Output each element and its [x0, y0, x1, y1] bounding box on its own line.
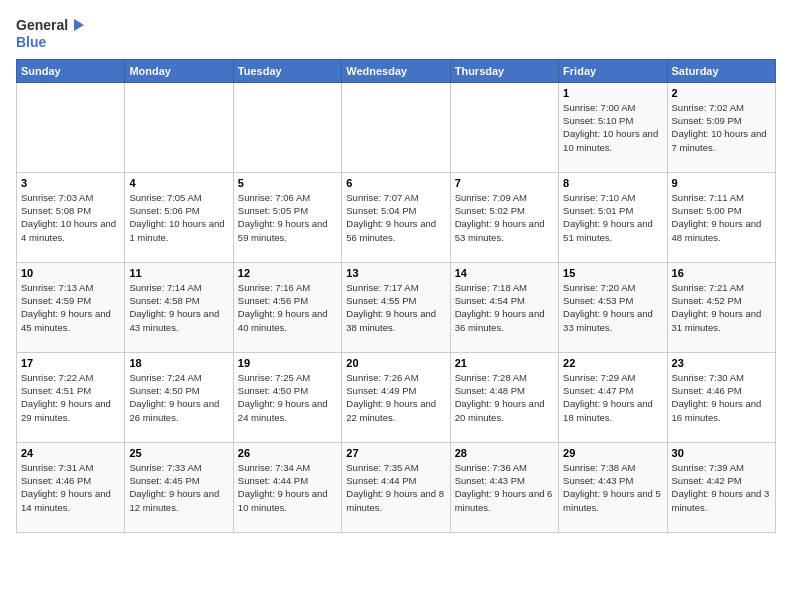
day-number: 9 — [672, 177, 771, 189]
day-info: Sunrise: 7:25 AM Sunset: 4:50 PM Dayligh… — [238, 371, 337, 424]
logo-text-general: General — [16, 17, 68, 34]
day-info: Sunrise: 7:26 AM Sunset: 4:49 PM Dayligh… — [346, 371, 445, 424]
day-info: Sunrise: 7:39 AM Sunset: 4:42 PM Dayligh… — [672, 461, 771, 514]
day-info: Sunrise: 7:03 AM Sunset: 5:08 PM Dayligh… — [21, 191, 120, 244]
day-number: 14 — [455, 267, 554, 279]
day-info: Sunrise: 7:11 AM Sunset: 5:00 PM Dayligh… — [672, 191, 771, 244]
day-number: 22 — [563, 357, 662, 369]
day-number: 2 — [672, 87, 771, 99]
day-info: Sunrise: 7:16 AM Sunset: 4:56 PM Dayligh… — [238, 281, 337, 334]
calendar-cell: 17Sunrise: 7:22 AM Sunset: 4:51 PM Dayli… — [17, 352, 125, 442]
calendar-header: SundayMondayTuesdayWednesdayThursdayFrid… — [17, 59, 776, 82]
calendar-cell: 20Sunrise: 7:26 AM Sunset: 4:49 PM Dayli… — [342, 352, 450, 442]
day-info: Sunrise: 7:21 AM Sunset: 4:52 PM Dayligh… — [672, 281, 771, 334]
day-info: Sunrise: 7:02 AM Sunset: 5:09 PM Dayligh… — [672, 101, 771, 154]
calendar-cell: 16Sunrise: 7:21 AM Sunset: 4:52 PM Dayli… — [667, 262, 775, 352]
day-number: 17 — [21, 357, 120, 369]
calendar-cell: 29Sunrise: 7:38 AM Sunset: 4:43 PM Dayli… — [559, 442, 667, 532]
calendar-cell: 6Sunrise: 7:07 AM Sunset: 5:04 PM Daylig… — [342, 172, 450, 262]
calendar-cell: 10Sunrise: 7:13 AM Sunset: 4:59 PM Dayli… — [17, 262, 125, 352]
svg-marker-0 — [74, 19, 84, 31]
calendar-cell: 15Sunrise: 7:20 AM Sunset: 4:53 PM Dayli… — [559, 262, 667, 352]
day-number: 24 — [21, 447, 120, 459]
calendar-cell — [125, 82, 233, 172]
calendar-cell: 11Sunrise: 7:14 AM Sunset: 4:58 PM Dayli… — [125, 262, 233, 352]
calendar-cell — [342, 82, 450, 172]
day-number: 12 — [238, 267, 337, 279]
day-number: 7 — [455, 177, 554, 189]
calendar-cell: 22Sunrise: 7:29 AM Sunset: 4:47 PM Dayli… — [559, 352, 667, 442]
day-number: 8 — [563, 177, 662, 189]
weekday-header-saturday: Saturday — [667, 59, 775, 82]
calendar-cell — [17, 82, 125, 172]
day-number: 18 — [129, 357, 228, 369]
page-header: General Blue — [16, 16, 776, 51]
day-info: Sunrise: 7:33 AM Sunset: 4:45 PM Dayligh… — [129, 461, 228, 514]
day-number: 13 — [346, 267, 445, 279]
day-info: Sunrise: 7:18 AM Sunset: 4:54 PM Dayligh… — [455, 281, 554, 334]
day-number: 6 — [346, 177, 445, 189]
calendar-cell: 18Sunrise: 7:24 AM Sunset: 4:50 PM Dayli… — [125, 352, 233, 442]
weekday-header-friday: Friday — [559, 59, 667, 82]
calendar-cell: 21Sunrise: 7:28 AM Sunset: 4:48 PM Dayli… — [450, 352, 558, 442]
day-info: Sunrise: 7:05 AM Sunset: 5:06 PM Dayligh… — [129, 191, 228, 244]
calendar-cell: 30Sunrise: 7:39 AM Sunset: 4:42 PM Dayli… — [667, 442, 775, 532]
day-info: Sunrise: 7:06 AM Sunset: 5:05 PM Dayligh… — [238, 191, 337, 244]
calendar-cell — [450, 82, 558, 172]
calendar-table: SundayMondayTuesdayWednesdayThursdayFrid… — [16, 59, 776, 533]
calendar-cell: 26Sunrise: 7:34 AM Sunset: 4:44 PM Dayli… — [233, 442, 341, 532]
calendar-cell: 4Sunrise: 7:05 AM Sunset: 5:06 PM Daylig… — [125, 172, 233, 262]
day-info: Sunrise: 7:13 AM Sunset: 4:59 PM Dayligh… — [21, 281, 120, 334]
day-info: Sunrise: 7:20 AM Sunset: 4:53 PM Dayligh… — [563, 281, 662, 334]
day-info: Sunrise: 7:29 AM Sunset: 4:47 PM Dayligh… — [563, 371, 662, 424]
calendar-cell: 2Sunrise: 7:02 AM Sunset: 5:09 PM Daylig… — [667, 82, 775, 172]
day-info: Sunrise: 7:09 AM Sunset: 5:02 PM Dayligh… — [455, 191, 554, 244]
calendar-cell: 5Sunrise: 7:06 AM Sunset: 5:05 PM Daylig… — [233, 172, 341, 262]
day-number: 3 — [21, 177, 120, 189]
day-info: Sunrise: 7:38 AM Sunset: 4:43 PM Dayligh… — [563, 461, 662, 514]
day-number: 1 — [563, 87, 662, 99]
calendar-cell: 14Sunrise: 7:18 AM Sunset: 4:54 PM Dayli… — [450, 262, 558, 352]
logo: General Blue — [16, 16, 88, 51]
day-number: 27 — [346, 447, 445, 459]
day-info: Sunrise: 7:07 AM Sunset: 5:04 PM Dayligh… — [346, 191, 445, 244]
weekday-header-sunday: Sunday — [17, 59, 125, 82]
day-number: 4 — [129, 177, 228, 189]
day-number: 11 — [129, 267, 228, 279]
calendar-week-4: 17Sunrise: 7:22 AM Sunset: 4:51 PM Dayli… — [17, 352, 776, 442]
day-number: 5 — [238, 177, 337, 189]
day-info: Sunrise: 7:30 AM Sunset: 4:46 PM Dayligh… — [672, 371, 771, 424]
calendar-cell — [233, 82, 341, 172]
calendar-cell: 7Sunrise: 7:09 AM Sunset: 5:02 PM Daylig… — [450, 172, 558, 262]
day-number: 21 — [455, 357, 554, 369]
day-info: Sunrise: 7:14 AM Sunset: 4:58 PM Dayligh… — [129, 281, 228, 334]
weekday-header-wednesday: Wednesday — [342, 59, 450, 82]
day-info: Sunrise: 7:10 AM Sunset: 5:01 PM Dayligh… — [563, 191, 662, 244]
day-number: 28 — [455, 447, 554, 459]
day-number: 25 — [129, 447, 228, 459]
day-info: Sunrise: 7:17 AM Sunset: 4:55 PM Dayligh… — [346, 281, 445, 334]
day-info: Sunrise: 7:24 AM Sunset: 4:50 PM Dayligh… — [129, 371, 228, 424]
calendar-cell: 13Sunrise: 7:17 AM Sunset: 4:55 PM Dayli… — [342, 262, 450, 352]
logo-text-blue: Blue — [16, 34, 46, 51]
logo-arrow-icon — [70, 16, 88, 34]
calendar-cell: 24Sunrise: 7:31 AM Sunset: 4:46 PM Dayli… — [17, 442, 125, 532]
calendar-cell: 3Sunrise: 7:03 AM Sunset: 5:08 PM Daylig… — [17, 172, 125, 262]
day-number: 20 — [346, 357, 445, 369]
day-info: Sunrise: 7:28 AM Sunset: 4:48 PM Dayligh… — [455, 371, 554, 424]
day-number: 29 — [563, 447, 662, 459]
day-number: 30 — [672, 447, 771, 459]
day-number: 23 — [672, 357, 771, 369]
day-number: 15 — [563, 267, 662, 279]
weekday-header-thursday: Thursday — [450, 59, 558, 82]
calendar-week-5: 24Sunrise: 7:31 AM Sunset: 4:46 PM Dayli… — [17, 442, 776, 532]
calendar-week-1: 1Sunrise: 7:00 AM Sunset: 5:10 PM Daylig… — [17, 82, 776, 172]
calendar-cell: 1Sunrise: 7:00 AM Sunset: 5:10 PM Daylig… — [559, 82, 667, 172]
day-number: 10 — [21, 267, 120, 279]
calendar-cell: 28Sunrise: 7:36 AM Sunset: 4:43 PM Dayli… — [450, 442, 558, 532]
calendar-cell: 19Sunrise: 7:25 AM Sunset: 4:50 PM Dayli… — [233, 352, 341, 442]
weekday-header-tuesday: Tuesday — [233, 59, 341, 82]
day-info: Sunrise: 7:35 AM Sunset: 4:44 PM Dayligh… — [346, 461, 445, 514]
calendar-cell: 27Sunrise: 7:35 AM Sunset: 4:44 PM Dayli… — [342, 442, 450, 532]
calendar-week-2: 3Sunrise: 7:03 AM Sunset: 5:08 PM Daylig… — [17, 172, 776, 262]
